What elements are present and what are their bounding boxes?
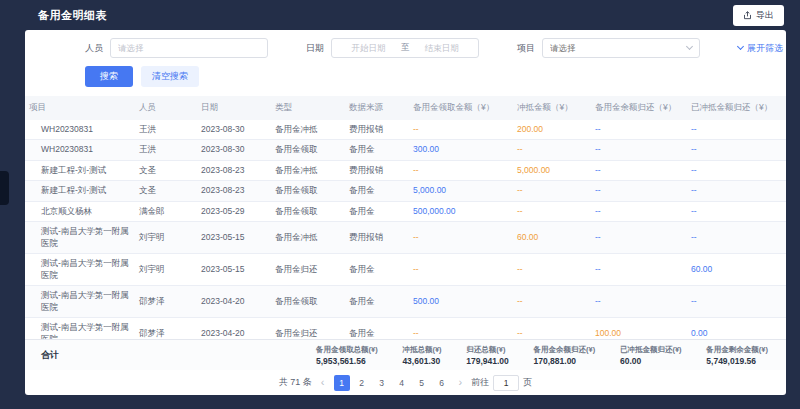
project-select[interactable] xyxy=(542,38,700,58)
table-cell: 邵梦泽 xyxy=(135,324,197,339)
table-row: WH20230831王洪2023-08-30备用金冲抵费用报销--200.00-… xyxy=(25,120,786,140)
summary-item-value: 5,749,019.56 xyxy=(706,356,768,366)
table-cell: 2023-08-30 xyxy=(197,120,271,139)
pager-pages: 123456 xyxy=(334,375,450,391)
clear-search-button[interactable]: 清空搜索 xyxy=(141,66,199,87)
summary-item-value: 179,941.00 xyxy=(466,356,509,366)
project-label: 项目 xyxy=(517,42,535,55)
table-cell: -- xyxy=(687,292,781,311)
summary-item-value: 60.00 xyxy=(620,356,682,366)
table-cell: 备用金 xyxy=(345,260,409,279)
page-button[interactable]: 3 xyxy=(374,375,390,391)
summary-item-value: 43,601.30 xyxy=(402,356,441,366)
table-cell: 文圣 xyxy=(135,161,197,180)
pagination: 共 71 条 ‹ 123456 › 前往 页 xyxy=(25,370,786,395)
table-cell: 备用金归还 xyxy=(271,260,345,279)
date-start-input[interactable] xyxy=(338,43,399,53)
table-row: 测试-南昌大学第一附属医院刘宇明2023-05-15备用金冲抵费用报销--60.… xyxy=(25,222,786,254)
column-header: 日期 xyxy=(197,96,271,120)
goto-suffix: 页 xyxy=(523,376,532,389)
table-row: 测试-南昌大学第一附属医院刘宇明2023-05-15备用金归还备用金------… xyxy=(25,254,786,286)
table-cell: 备用金 xyxy=(345,181,409,200)
table-cell: 邵梦泽 xyxy=(135,292,197,311)
sidebar-handle[interactable] xyxy=(0,171,9,205)
table-cell: 备用金领取 xyxy=(271,202,345,221)
summary-item-label: 归还总额(¥) xyxy=(466,345,509,355)
table-cell: WH20230831 xyxy=(25,140,135,159)
table-cell: 2023-08-23 xyxy=(197,161,271,180)
date-label: 日期 xyxy=(306,42,324,55)
table-cell: -- xyxy=(687,161,781,180)
table-cell: -- xyxy=(687,120,781,139)
page-button[interactable]: 2 xyxy=(354,375,370,391)
table-row: WH20230831王洪2023-08-30备用金领取备用金300.00----… xyxy=(25,140,786,160)
page-button[interactable]: 1 xyxy=(334,375,350,391)
column-header: 人员 xyxy=(135,96,197,120)
project-select-input[interactable] xyxy=(550,43,687,53)
project-filter: 项目 xyxy=(517,38,700,58)
table-cell: -- xyxy=(513,292,591,311)
table-cell: 60.00 xyxy=(687,260,781,279)
summary-item-label: 已冲抵金额归还(¥) xyxy=(620,345,682,355)
table-row: 测试-南昌大学第一附属医院邵梦泽2023-04-20备用金领取备用金500.00… xyxy=(25,286,786,318)
table-cell: 60.00 xyxy=(513,228,591,247)
table-cell: -- xyxy=(687,228,781,247)
table-cell: 备用金 xyxy=(345,140,409,159)
pagination-total: 共 71 条 xyxy=(279,376,312,389)
summary-item-value: 5,953,561.56 xyxy=(316,356,378,366)
page-button[interactable]: 4 xyxy=(394,375,410,391)
table-cell: 备用金冲抵 xyxy=(271,228,345,247)
summary-item: 归还总额(¥)179,941.00 xyxy=(466,345,509,366)
summary-total-label: 合计 xyxy=(41,349,59,362)
table-cell: 备用金 xyxy=(345,324,409,339)
expand-filter-label: 展开筛选 xyxy=(747,42,783,55)
table-cell: 新建工程-刘-测试 xyxy=(25,161,135,180)
table-cell: -- xyxy=(687,140,781,159)
table-row: 新建工程-刘-测试文圣2023-08-23备用金冲抵费用报销--5,000.00… xyxy=(25,161,786,181)
table-cell: 王洪 xyxy=(135,140,197,159)
table-cell: 100.00 xyxy=(591,324,687,339)
export-icon xyxy=(743,11,752,20)
summary-item: 备用金余额归还(¥)170,881.00 xyxy=(534,345,596,366)
table-cell: 200.00 xyxy=(513,120,591,139)
table-cell: -- xyxy=(513,324,591,339)
goto-page-input[interactable] xyxy=(493,375,519,391)
table-cell: 刘宇明 xyxy=(135,228,197,247)
expand-filter-link[interactable]: 展开筛选 xyxy=(738,42,783,55)
table-header-row: 项目人员日期类型数据来源备用金领取金额（¥）冲抵金额（¥）备用金余额归还（¥）已… xyxy=(25,96,786,120)
page-button[interactable]: 6 xyxy=(434,375,450,391)
table-body: WH20230831王洪2023-08-30备用金冲抵费用报销--200.00-… xyxy=(25,120,786,339)
person-input[interactable] xyxy=(110,38,268,58)
page-button[interactable]: 5 xyxy=(414,375,430,391)
prev-page-button[interactable]: ‹ xyxy=(319,377,327,388)
search-button[interactable]: 搜索 xyxy=(85,66,133,87)
table-cell: 备用金领取 xyxy=(271,140,345,159)
column-header: 类型 xyxy=(271,96,345,120)
chevron-down-icon xyxy=(737,43,744,50)
column-header: 备用金领取金额（¥） xyxy=(409,96,513,120)
date-range-picker[interactable]: 至 xyxy=(331,38,479,58)
export-label: 导出 xyxy=(756,9,774,22)
summary-item: 备用金剩余金额(¥)5,749,019.56 xyxy=(706,345,768,366)
table-cell: 测试-南昌大学第一附属医院 xyxy=(25,318,135,339)
table-row: 新建工程-刘-测试文圣2023-08-23备用金领取备用金5,000.00---… xyxy=(25,181,786,201)
column-header: 备用金余额归还（¥） xyxy=(591,96,687,120)
table-cell: 2023-05-29 xyxy=(197,202,271,221)
column-header: 冲抵金额（¥） xyxy=(513,96,591,120)
table-cell: 备用金领取 xyxy=(271,292,345,311)
table-cell: -- xyxy=(409,228,513,247)
table-cell: 5,000.00 xyxy=(409,181,513,200)
table-cell: 备用金冲抵 xyxy=(271,120,345,139)
date-end-input[interactable] xyxy=(411,43,472,53)
table-cell: -- xyxy=(513,260,591,279)
page-title: 备用金明细表 xyxy=(38,8,107,23)
next-page-button[interactable]: › xyxy=(457,377,465,388)
table-cell: -- xyxy=(409,120,513,139)
date-separator: 至 xyxy=(399,42,412,54)
table-cell: 2023-04-20 xyxy=(197,292,271,311)
export-button[interactable]: 导出 xyxy=(733,5,784,26)
table-cell: -- xyxy=(591,292,687,311)
summary-groups: 备用金领取总额(¥)5,953,561.56冲抵总额(¥)43,601.30归还… xyxy=(316,345,768,366)
table-cell: 王洪 xyxy=(135,120,197,139)
table-cell: -- xyxy=(591,181,687,200)
